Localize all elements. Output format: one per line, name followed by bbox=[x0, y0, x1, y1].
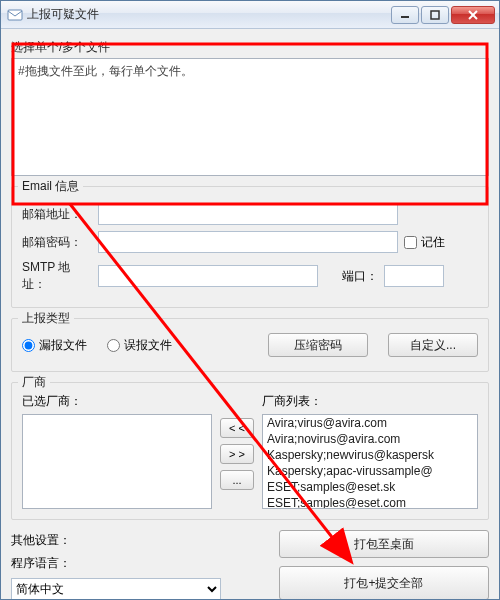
files-textarea[interactable]: #拖拽文件至此，每行单个文件。 bbox=[11, 58, 489, 176]
smtp-input[interactable] bbox=[98, 265, 318, 287]
minimize-button[interactable] bbox=[391, 6, 419, 24]
email-password-label: 邮箱密码： bbox=[22, 234, 92, 251]
other-settings-label: 其他设置： bbox=[11, 532, 241, 549]
remember-checkbox-wrap: 记住 bbox=[404, 234, 445, 251]
report-type-legend: 上报类型 bbox=[18, 310, 74, 327]
language-label: 程序语言： bbox=[11, 555, 241, 572]
email-legend: Email 信息 bbox=[18, 178, 83, 195]
selected-vendor-list[interactable] bbox=[22, 414, 212, 509]
false-radio-wrap: 误报文件 bbox=[107, 337, 172, 354]
remember-label: 记住 bbox=[421, 234, 445, 251]
report-type-group: 上报类型 漏报文件 误报文件 压缩密码 自定义... bbox=[11, 318, 489, 372]
zip-password-button[interactable]: 压缩密码 bbox=[268, 333, 368, 357]
vendor-list-item[interactable]: Avira;virus@avira.com bbox=[263, 415, 477, 431]
custom-button[interactable]: 自定义... bbox=[388, 333, 478, 357]
titlebar: 上报可疑文件 bbox=[1, 1, 499, 29]
email-address-label: 邮箱地址： bbox=[22, 206, 92, 223]
pack-desktop-button[interactable]: 打包至桌面 bbox=[279, 530, 489, 558]
files-section-label: 选择单个/多个文件 bbox=[11, 39, 489, 56]
selected-vendor-label: 已选厂商： bbox=[22, 393, 212, 410]
false-radio[interactable] bbox=[107, 339, 120, 352]
close-button[interactable] bbox=[451, 6, 495, 24]
missed-radio[interactable] bbox=[22, 339, 35, 352]
port-label: 端口： bbox=[342, 268, 378, 285]
vendor-group: 厂商 已选厂商： < < > > ... 厂商列表： Avira;virus@a… bbox=[11, 382, 489, 520]
email-address-input[interactable] bbox=[98, 203, 398, 225]
window-title: 上报可疑文件 bbox=[27, 6, 391, 23]
vendor-list[interactable]: Avira;virus@avira.comAvira;novirus@avira… bbox=[262, 414, 478, 509]
move-right-button[interactable]: > > bbox=[220, 444, 254, 464]
vendor-legend: 厂商 bbox=[18, 374, 50, 391]
app-icon bbox=[7, 7, 23, 23]
files-placeholder-text: #拖拽文件至此，每行单个文件。 bbox=[18, 64, 193, 78]
missed-radio-label: 漏报文件 bbox=[39, 337, 87, 354]
email-password-input[interactable] bbox=[98, 231, 398, 253]
email-group: Email 信息 邮箱地址： 邮箱密码： 记住 SMTP 地址： 端口： bbox=[11, 186, 489, 308]
language-select[interactable]: 简体中文 bbox=[11, 578, 221, 599]
vendor-list-item[interactable]: Kaspersky;newvirus@kaspersk bbox=[263, 447, 477, 463]
vendor-list-item[interactable]: Kaspersky;apac-virussample@ bbox=[263, 463, 477, 479]
move-left-button[interactable]: < < bbox=[220, 418, 254, 438]
vendor-list-item[interactable]: ESET;samples@eset.com bbox=[263, 495, 477, 509]
vendor-list-label: 厂商列表： bbox=[262, 393, 478, 410]
window-buttons bbox=[391, 6, 495, 24]
svg-rect-2 bbox=[431, 11, 439, 19]
client-area: 选择单个/多个文件 #拖拽文件至此，每行单个文件。 Email 信息 邮箱地址：… bbox=[1, 29, 499, 599]
port-input[interactable] bbox=[384, 265, 444, 287]
more-button[interactable]: ... bbox=[220, 470, 254, 490]
vendor-list-item[interactable]: Avira;novirus@avira.com bbox=[263, 431, 477, 447]
remember-checkbox[interactable] bbox=[404, 236, 417, 249]
maximize-button[interactable] bbox=[421, 6, 449, 24]
svg-rect-0 bbox=[8, 10, 22, 20]
false-radio-label: 误报文件 bbox=[124, 337, 172, 354]
app-window: 上报可疑文件 选择单个/多个文件 #拖拽文件至此，每行单个文件。 Email 信… bbox=[0, 0, 500, 600]
pack-submit-button[interactable]: 打包+提交全部 bbox=[279, 566, 489, 599]
smtp-label: SMTP 地址： bbox=[22, 259, 92, 293]
missed-radio-wrap: 漏报文件 bbox=[22, 337, 87, 354]
vendor-list-item[interactable]: ESET;samples@eset.sk bbox=[263, 479, 477, 495]
